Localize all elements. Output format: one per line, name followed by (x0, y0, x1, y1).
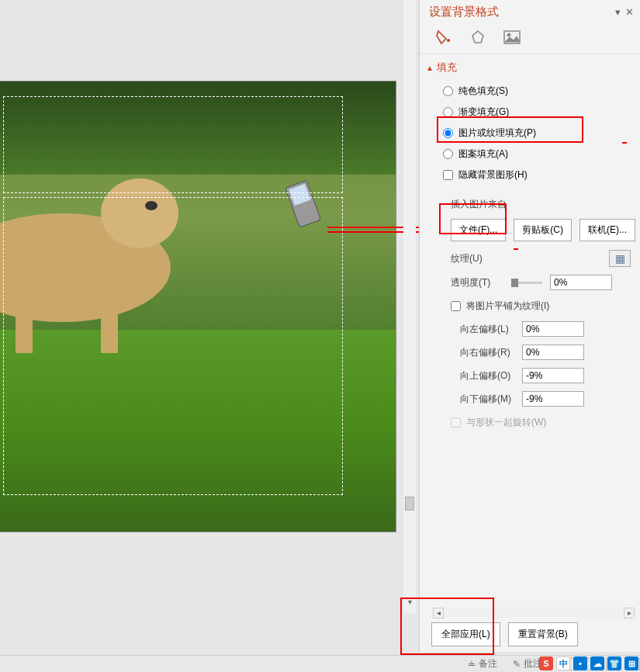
panel-tab-strip (420, 24, 640, 54)
texture-picker-button[interactable] (609, 250, 631, 267)
scrollbar-down-icon[interactable]: ▾ (403, 598, 416, 608)
offset-left-input[interactable] (522, 321, 584, 337)
label-rotate: 与形状一起旋转(W) (466, 416, 546, 429)
label-solid: 纯色填充(S) (458, 85, 508, 98)
transparency-input[interactable] (550, 275, 612, 290)
panel-close-icon[interactable]: ✕ (625, 6, 634, 18)
svg-marker-6 (472, 31, 483, 43)
transparency-label: 透明度(T) (451, 276, 511, 289)
insert-from-label: 插入图片来自 (420, 192, 640, 216)
offset-up-input[interactable] (522, 368, 584, 383)
apply-all-button[interactable]: 全部应用(L) (431, 622, 500, 646)
annotation-mark-2 (514, 248, 518, 250)
offset-down-input[interactable] (522, 391, 584, 407)
checkbox-tile[interactable] (451, 301, 461, 311)
panel-menu-icon[interactable]: ▾ (615, 6, 621, 18)
scrollbar-thumb[interactable] (405, 497, 414, 511)
radio-pattern[interactable] (443, 149, 453, 159)
offset-left-label: 向左偏移(L) (460, 323, 522, 336)
tray-sogou-icon[interactable]: S (539, 656, 553, 670)
label-gradient: 渐变填充(G) (458, 106, 509, 119)
insert-buttons: 文件(F)... 剪贴板(C) 联机(E)... (420, 216, 640, 246)
tray-icon-2[interactable]: ☁ (590, 656, 604, 670)
offset-right-input[interactable] (522, 345, 584, 360)
option-gradient-fill[interactable]: 渐变填充(G) (443, 102, 640, 123)
vertical-scrollbar[interactable]: ▾ (403, 0, 416, 613)
tab-fill-icon[interactable] (434, 29, 454, 46)
radio-picture[interactable] (443, 128, 453, 138)
fill-options: 纯色填充(S) 渐变填充(G) 图片或纹理填充(P) 图案填充(A) 隐藏背景图… (420, 79, 640, 192)
format-background-panel: 设置背景格式 ▾ ✕ ▲ 填充 纯色填充(S) 渐变填充(G) 图片或纹理 (419, 0, 640, 652)
texture-label: 纹理(U) (451, 252, 483, 265)
radio-solid[interactable] (443, 86, 453, 96)
file-button[interactable]: 文件(F)... (451, 219, 506, 241)
checkbox-rotate (451, 417, 461, 428)
slider-knob[interactable] (511, 279, 518, 287)
svg-point-8 (507, 33, 510, 36)
tab-effects-icon[interactable] (468, 29, 488, 46)
tray-icon-1[interactable]: • (573, 656, 587, 670)
placeholder-content[interactable] (3, 197, 343, 495)
label-picture: 图片或纹理填充(P) (458, 126, 536, 140)
system-tray: S 中 • ☁ 👕 ⊞ (539, 656, 638, 670)
slide-workspace (0, 0, 403, 613)
tray-ime-icon[interactable]: 中 (556, 656, 570, 670)
placeholder-title[interactable] (3, 96, 343, 193)
tab-picture-icon[interactable] (502, 29, 522, 46)
label-hide-bg: 隐藏背景图形(H) (458, 168, 528, 182)
panel-footer-buttons: 全部应用(L) 重置背景(B) (431, 622, 578, 646)
label-tile: 将图片平铺为纹理(I) (466, 300, 549, 313)
hscroll-left-icon[interactable]: ◂ (433, 608, 444, 618)
radio-gradient[interactable] (443, 107, 453, 117)
tray-windows-icon[interactable]: ⊞ (624, 656, 638, 670)
annotation-mark-1 (622, 142, 627, 144)
hscroll-right-icon[interactable]: ▸ (624, 608, 635, 618)
option-hide-bg[interactable]: 隐藏背景图形(H) (443, 165, 640, 185)
option-solid-fill[interactable]: 纯色填充(S) (443, 81, 640, 102)
offset-down-label: 向下偏移(M) (460, 393, 522, 406)
offset-right-label: 向右偏移(R) (460, 346, 522, 359)
option-picture-fill[interactable]: 图片或纹理填充(P) (443, 123, 640, 144)
section-fill-label: 填充 (437, 61, 457, 74)
reset-bg-button[interactable]: 重置背景(B) (508, 622, 578, 646)
clipboard-button[interactable]: 剪贴板(C) (514, 219, 572, 241)
notes-button[interactable]: ≐ 备注 (460, 657, 505, 670)
online-button[interactable]: 联机(E)... (579, 219, 635, 241)
panel-title: 设置背景格式 (429, 5, 499, 19)
tray-icon-3[interactable]: 👕 (607, 656, 621, 670)
section-fill-header[interactable]: ▲ 填充 (420, 54, 640, 79)
panel-hscroll[interactable]: ◂ ▸ (433, 608, 635, 618)
svg-point-5 (447, 39, 450, 42)
collapse-icon: ▲ (426, 64, 434, 72)
option-pattern-fill[interactable]: 图案填充(A) (443, 144, 640, 165)
offset-up-label: 向上偏移(O) (460, 369, 522, 383)
label-pattern: 图案填充(A) (458, 147, 508, 161)
transparency-slider[interactable] (511, 282, 542, 284)
checkbox-hide-bg[interactable] (443, 170, 453, 180)
